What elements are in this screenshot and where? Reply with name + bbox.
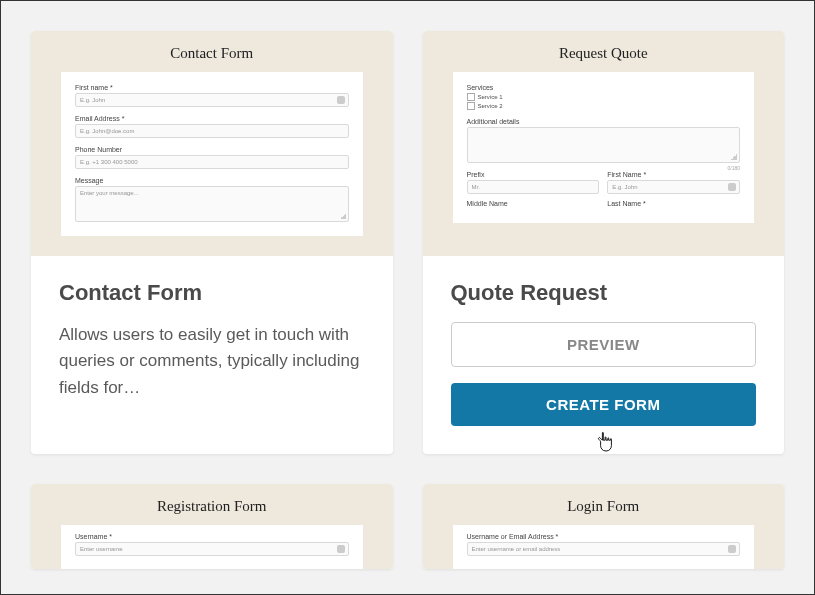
- preview-field-input: E.g. John: [75, 93, 349, 107]
- card-body: Quote Request PREVIEW CREATE FORM: [423, 256, 785, 454]
- template-card-contact[interactable]: Contact Form First name * E.g. John Emai…: [31, 31, 393, 454]
- preview-field-label: First Name *: [607, 171, 740, 178]
- card-title: Contact Form: [59, 280, 365, 306]
- template-thumb: Request Quote Services Service 1 Service…: [423, 31, 785, 256]
- template-card-registration[interactable]: Registration Form Username * Enter usern…: [31, 484, 393, 569]
- card-title: Quote Request: [451, 280, 757, 306]
- preview-field-label: Username or Email Address *: [467, 533, 741, 540]
- preview-field-input: Enter username: [75, 542, 349, 556]
- card-description: Allows users to easily get in touch with…: [59, 322, 365, 401]
- preview-field-label: Additional details: [467, 118, 741, 125]
- template-card-login[interactable]: Login Form Username or Email Address * E…: [423, 484, 785, 569]
- preview-field-label: First name *: [75, 84, 349, 91]
- preview-field-label: Middle Name: [467, 200, 600, 207]
- preview-checkbox: Service 1: [467, 93, 741, 101]
- form-preview: Username * Enter username: [61, 525, 363, 569]
- create-form-button[interactable]: CREATE FORM: [451, 383, 757, 426]
- thumb-title: Login Form: [423, 484, 785, 525]
- template-grid: Contact Form First name * E.g. John Emai…: [1, 1, 814, 595]
- preview-select: Mr.: [467, 180, 600, 194]
- template-thumb: Contact Form First name * E.g. John Emai…: [31, 31, 393, 256]
- preview-field-label: Message: [75, 177, 349, 184]
- preview-field-textarea: Enter your message...: [75, 186, 349, 222]
- preview-field-input: E.g. John@doe.com: [75, 124, 349, 138]
- preview-checkboxes: Service 1 Service 2: [467, 93, 741, 110]
- preview-field-label: Email Address *: [75, 115, 349, 122]
- preview-button[interactable]: PREVIEW: [451, 322, 757, 367]
- card-body: Contact Form Allows users to easily get …: [31, 256, 393, 429]
- thumb-title: Contact Form: [31, 31, 393, 72]
- template-card-quote[interactable]: Request Quote Services Service 1 Service…: [423, 31, 785, 454]
- form-preview: Username or Email Address * Enter userna…: [453, 525, 755, 569]
- preview-field-label: Username *: [75, 533, 349, 540]
- preview-field-textarea: [467, 127, 741, 163]
- preview-field-label: Prefix: [467, 171, 600, 178]
- template-thumb: Login Form Username or Email Address * E…: [423, 484, 785, 569]
- template-thumb: Registration Form Username * Enter usern…: [31, 484, 393, 569]
- form-preview: Services Service 1 Service 2 Additional …: [453, 72, 755, 223]
- preview-field-label: Services: [467, 84, 741, 91]
- preview-checkbox: Service 2: [467, 102, 741, 110]
- preview-field-input: Enter username or email address: [467, 542, 741, 556]
- form-preview: First name * E.g. John Email Address * E…: [61, 72, 363, 236]
- preview-field-input: E.g. John: [607, 180, 740, 194]
- preview-field-label: Last Name *: [607, 200, 740, 207]
- preview-field-input: E.g. +1 300 400 5000: [75, 155, 349, 169]
- preview-field-label: Phone Number: [75, 146, 349, 153]
- thumb-title: Request Quote: [423, 31, 785, 72]
- thumb-title: Registration Form: [31, 484, 393, 525]
